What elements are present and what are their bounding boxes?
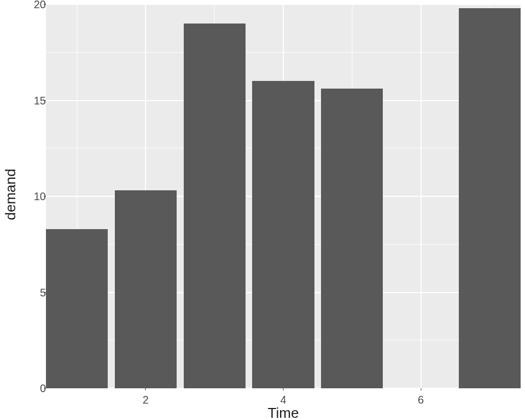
plot-panel (46, 4, 521, 388)
gridline-v (421, 4, 422, 388)
x-tick-mark (145, 388, 146, 390)
y-tick-label: 15 (24, 94, 46, 107)
x-tick-mark (283, 388, 284, 390)
bar-4 (252, 81, 314, 388)
x-axis-label: Time (46, 405, 521, 420)
bar-1 (46, 229, 108, 388)
y-tick-label: 20 (24, 0, 46, 11)
bar-2 (115, 190, 177, 388)
y-axis-label: demand (3, 0, 19, 388)
bar-chart: demand 0 5 10 15 20 (0, 0, 525, 420)
y-tick-label: 0 (24, 382, 46, 395)
bar-5 (321, 89, 383, 388)
x-tick-mark (421, 388, 421, 390)
bar-7 (459, 8, 521, 388)
y-tick-label: 10 (24, 190, 46, 203)
bar-3 (184, 24, 246, 388)
y-axis-label-text: demand (3, 168, 20, 220)
y-tick-label: 5 (24, 286, 46, 299)
